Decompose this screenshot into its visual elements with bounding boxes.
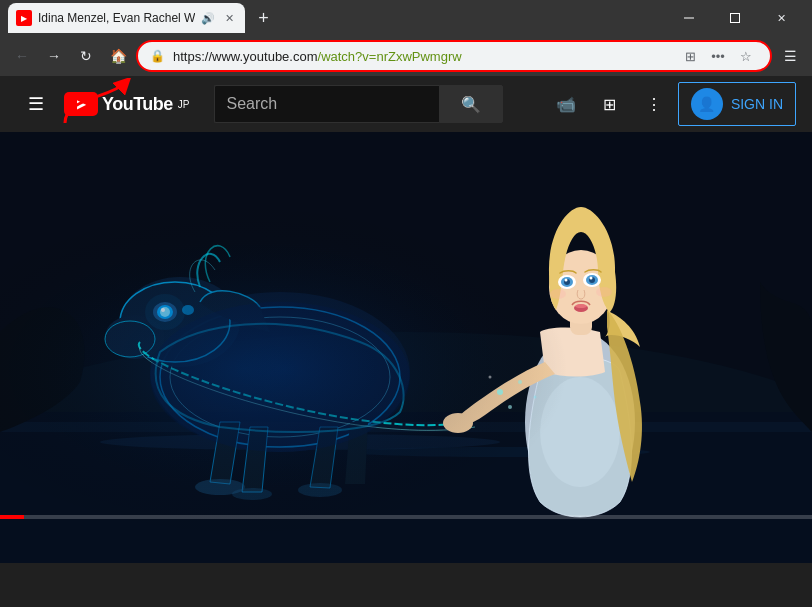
window-controls: ✕ bbox=[666, 0, 804, 36]
more-button[interactable]: ⋮ bbox=[634, 84, 674, 124]
create-video-button[interactable]: 📹 bbox=[546, 84, 586, 124]
url-base: https://www.youtube.com bbox=[173, 49, 318, 64]
video-camera-icon: 📹 bbox=[556, 95, 576, 114]
user-avatar: 👤 bbox=[691, 88, 723, 120]
url-display: https://www.youtube.com/watch?v=nrZxwPwm… bbox=[173, 49, 670, 64]
tab-audio-icon: 🔊 bbox=[201, 12, 215, 25]
back-button[interactable]: ← bbox=[8, 42, 36, 70]
address-bar[interactable]: 🔒 https://www.youtube.com/watch?v=nrZxwP… bbox=[136, 40, 772, 72]
maximize-button[interactable] bbox=[712, 0, 758, 36]
youtube-logo-icon bbox=[64, 92, 98, 116]
search-input[interactable] bbox=[214, 85, 439, 123]
sign-in-label: SIGN IN bbox=[731, 96, 783, 112]
youtube-header: ☰ YouTubeJP 🔍 📹 ⊞ ⋮ 👤 SIGN IN bbox=[0, 76, 812, 132]
more-vertical-icon: ⋮ bbox=[646, 95, 662, 114]
minimize-button[interactable] bbox=[666, 0, 712, 36]
reload-button[interactable]: ↻ bbox=[72, 42, 100, 70]
youtube-logo-sup: JP bbox=[178, 99, 190, 110]
sign-in-button[interactable]: 👤 SIGN IN bbox=[678, 82, 796, 126]
tab-favicon bbox=[16, 10, 32, 26]
menu-button[interactable]: ☰ bbox=[16, 84, 56, 124]
header-icons: 📹 ⊞ ⋮ 👤 SIGN IN bbox=[546, 82, 796, 126]
address-bar-row: ← → ↻ 🏠 🔒 https://www.youtube.com/watch?… bbox=[0, 36, 812, 76]
home-button[interactable]: 🏠 bbox=[104, 42, 132, 70]
search-icon: 🔍 bbox=[461, 95, 481, 114]
youtube-logo[interactable]: YouTubeJP bbox=[64, 92, 190, 116]
youtube-logo-text: YouTube bbox=[102, 94, 173, 115]
tab-title: Idina Menzel, Evan Rachel W bbox=[38, 11, 195, 25]
svg-rect-0 bbox=[684, 18, 694, 19]
search-container: 🔍 bbox=[214, 85, 503, 123]
apps-button[interactable]: ⊞ bbox=[590, 84, 630, 124]
search-button[interactable]: 🔍 bbox=[439, 85, 503, 123]
address-bar-icons: ⊞ ••• ☆ bbox=[678, 44, 758, 68]
apps-icon: ⊞ bbox=[603, 95, 616, 114]
video-frame bbox=[0, 132, 812, 563]
progress-bar-fill bbox=[0, 515, 24, 519]
more-options-icon[interactable]: ••• bbox=[706, 44, 730, 68]
tab-bar: Idina Menzel, Evan Rachel W 🔊 ✕ + ✕ bbox=[0, 0, 812, 36]
close-button[interactable]: ✕ bbox=[758, 0, 804, 36]
forward-button[interactable]: → bbox=[40, 42, 68, 70]
bookmark-icon[interactable]: ☆ bbox=[734, 44, 758, 68]
progress-bar[interactable] bbox=[0, 515, 812, 519]
url-path: /watch?v=nrZxwPwmgrw bbox=[318, 49, 462, 64]
security-icon: 🔒 bbox=[150, 49, 165, 63]
new-tab-button[interactable]: + bbox=[249, 4, 277, 32]
svg-rect-1 bbox=[731, 14, 740, 23]
active-tab[interactable]: Idina Menzel, Evan Rachel W 🔊 ✕ bbox=[8, 3, 245, 33]
extensions-button[interactable]: ☰ bbox=[776, 42, 804, 70]
browser-chrome: Idina Menzel, Evan Rachel W 🔊 ✕ + ✕ ← → … bbox=[0, 0, 812, 76]
video-container: 0:08 / 4:39 bbox=[0, 132, 812, 563]
qr-code-icon[interactable]: ⊞ bbox=[678, 44, 702, 68]
hamburger-icon: ☰ bbox=[28, 93, 44, 115]
tab-close-button[interactable]: ✕ bbox=[221, 10, 237, 26]
svg-rect-50 bbox=[0, 132, 812, 563]
